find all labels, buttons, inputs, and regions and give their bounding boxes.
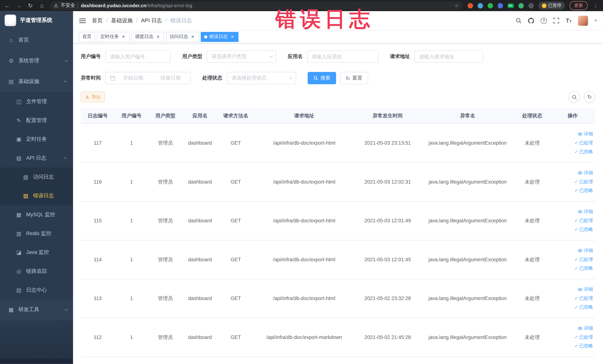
ignore-action-link[interactable]: ✓已忽略 xyxy=(574,265,593,271)
sidebar-item-error-log[interactable]: ▨错误日志 xyxy=(0,186,73,205)
tab-定时任务[interactable]: 定时任务× xyxy=(97,32,129,42)
processed-action-link[interactable]: ✓已处理 xyxy=(574,295,593,302)
detail-action-link[interactable]: 详细 xyxy=(578,170,593,176)
ignore-action-link[interactable]: ✓已忽略 xyxy=(574,149,593,155)
sidebar-item-cron-job[interactable]: ▣定时任务 xyxy=(0,130,73,149)
github-icon[interactable] xyxy=(528,17,534,23)
close-icon[interactable]: × xyxy=(155,34,161,39)
url-host: dashboard.yudao.iocoder.cn xyxy=(81,3,146,8)
reset-button[interactable]: ↻重置 xyxy=(340,72,368,84)
ignore-action-link[interactable]: ✓已忽略 xyxy=(574,226,593,233)
extension-icon[interactable] xyxy=(528,3,533,8)
tab-首页[interactable]: 首页 xyxy=(79,32,95,42)
chevron-down-icon xyxy=(289,76,292,79)
close-icon[interactable]: × xyxy=(121,34,126,39)
sidebar-item-trace[interactable]: ◎链路追踪 xyxy=(0,262,73,281)
detail-action-link[interactable]: 详细 xyxy=(578,208,593,215)
hamburger-icon[interactable] xyxy=(79,18,86,23)
sidebar-item-system-mgmt[interactable]: ⚙系统管理 xyxy=(0,50,73,71)
app-logo[interactable]: 芋道管理系统 xyxy=(0,11,73,30)
sidebar-item-infrastructure[interactable]: ▤基础设施 xyxy=(0,71,73,92)
breadcrumb-item-infra[interactable]: 基础设施 xyxy=(111,17,141,24)
kebab-menu-icon[interactable]: ⋮ xyxy=(592,2,599,9)
detail-action-link[interactable]: 详细 xyxy=(578,286,593,293)
tab-调度日志[interactable]: 调度日志× xyxy=(132,32,164,42)
page-url[interactable]: dashboard.yudao.iocoder.cn/infra/log/api… xyxy=(81,3,452,8)
ignore-action-link[interactable]: ✓已忽略 xyxy=(574,187,593,194)
sidebar-item-file-mgmt[interactable]: ◫文件管理 xyxy=(0,92,73,111)
table-row: 1121管理员dashboardGET/api/infra/db-doc/exp… xyxy=(81,318,595,357)
extension-icon[interactable] xyxy=(467,3,473,8)
bookmark-star-icon[interactable]: ☆ xyxy=(454,3,459,9)
app-name-input[interactable] xyxy=(312,54,374,59)
tab-错误日志[interactable]: 错误日志× xyxy=(201,32,238,42)
back-icon[interactable]: ← xyxy=(4,2,11,9)
user-id-input[interactable] xyxy=(110,54,166,59)
user-type-select[interactable]: 请选择用户类型 xyxy=(207,50,276,63)
breadcrumb-item-home[interactable]: 首页 xyxy=(92,17,111,24)
processed-action-link[interactable]: ✓已处理 xyxy=(574,217,593,224)
exception-time-range-picker[interactable]: 开始日期 - 结束日期 xyxy=(105,72,191,84)
paused-badge[interactable]: 已暂停 xyxy=(538,1,565,10)
detail-action-link[interactable]: 详细 xyxy=(578,247,593,254)
sidebar-item-log-center[interactable]: ▤日志中心 xyxy=(0,280,73,299)
cell-url: /api/infra/db-doc/export-html xyxy=(254,201,355,240)
processed-action-link[interactable]: ✓已处理 xyxy=(574,140,593,146)
cell-user-type: 管理员 xyxy=(149,201,182,240)
forward-icon[interactable]: → xyxy=(15,2,22,9)
column-header: 异常名 xyxy=(421,108,515,124)
browser-home-icon[interactable]: ⌂ xyxy=(38,2,45,9)
request-url-input[interactable] xyxy=(419,54,478,59)
tab-访问日志[interactable]: 访问日志× xyxy=(166,32,199,42)
refresh-button[interactable]: ↻ xyxy=(584,91,595,103)
update-button[interactable]: 更新 xyxy=(570,1,588,10)
search-button[interactable]: 搜索 xyxy=(308,72,336,84)
extension-icon[interactable] xyxy=(477,3,483,8)
table-row: 1161管理员dashboardGET/api/infra/db-doc/exp… xyxy=(81,162,595,201)
processed-action-link[interactable]: ✓已处理 xyxy=(574,178,593,185)
extension-icon[interactable] xyxy=(487,3,493,8)
reload-icon[interactable]: ↻ xyxy=(27,2,34,9)
cell-status: 未处理 xyxy=(515,124,550,163)
detail-action-link[interactable]: 详细 xyxy=(578,131,593,137)
extension-icon[interactable] xyxy=(498,3,503,8)
extension-on-badge[interactable]: on xyxy=(508,3,514,8)
pencil-icon: ✎ xyxy=(15,117,22,123)
ignore-action-link[interactable]: ✓已忽略 xyxy=(574,304,593,310)
user-avatar[interactable] xyxy=(578,16,588,26)
cell-user-type: 管理员 xyxy=(149,124,182,163)
processed-action-link[interactable]: ✓已处理 xyxy=(574,256,593,263)
detail-action-link[interactable]: 详细 xyxy=(578,325,593,331)
help-icon[interactable]: ? xyxy=(541,17,547,23)
gear-icon: ⚙ xyxy=(8,58,14,64)
cell-id: 113 xyxy=(81,279,115,318)
breadcrumb-item-api-log[interactable]: API 日志 xyxy=(141,17,170,24)
security-label[interactable]: 不安全 xyxy=(61,2,75,9)
sidebar-item-java-monitor[interactable]: ◪Java 监控 xyxy=(0,243,73,262)
close-icon[interactable]: × xyxy=(230,34,235,39)
sidebar-item-access-log[interactable]: ▧访问日志 xyxy=(0,167,73,186)
process-status-select[interactable]: 请选择处理状态 xyxy=(227,72,296,84)
sidebar-item-api-log[interactable]: ▨API 日志 xyxy=(0,149,73,167)
chevron-down-icon[interactable]: ▾ xyxy=(595,18,597,23)
address-bar[interactable]: ⚠ 不安全 dashboard.yudao.iocoder.cn/infra/l… xyxy=(50,1,463,10)
ignore-action-link[interactable]: ✓已忽略 xyxy=(574,343,593,349)
sidebar-item-redis-monitor[interactable]: ▥Redis 监控 xyxy=(0,224,73,243)
export-button[interactable]: 导出 xyxy=(81,92,105,102)
api-log-icon: ▨ xyxy=(15,155,22,161)
sidebar-item-config-mgmt[interactable]: ✎配置管理 xyxy=(0,111,73,130)
filter-form-row-1: 用户编号 用户类型 请选择用户类型 应用名 请求地址 xyxy=(81,50,595,63)
sidebar-item-mysql-monitor[interactable]: ▦MySQL 监控 xyxy=(0,205,73,224)
sidebar-item-home[interactable]: ⌂首页 xyxy=(0,30,73,50)
close-icon[interactable]: × xyxy=(190,34,195,39)
toggle-search-button[interactable] xyxy=(568,91,580,103)
font-size-icon[interactable]: TT xyxy=(566,17,572,24)
processed-action-link[interactable]: ✓已处理 xyxy=(574,334,593,341)
extension-icon[interactable] xyxy=(518,3,524,8)
error-log-table: 日志编号用户编号用户类型应用名请求方法名请求地址异常发生时间异常名处理状态操作 … xyxy=(81,108,595,357)
sidebar-item-dev-tools[interactable]: ▩研发工具 xyxy=(0,299,73,320)
column-header: 操作 xyxy=(550,108,595,124)
search-icon[interactable] xyxy=(516,18,522,23)
tab-label: 首页 xyxy=(82,33,92,40)
fullscreen-icon[interactable] xyxy=(554,18,559,23)
